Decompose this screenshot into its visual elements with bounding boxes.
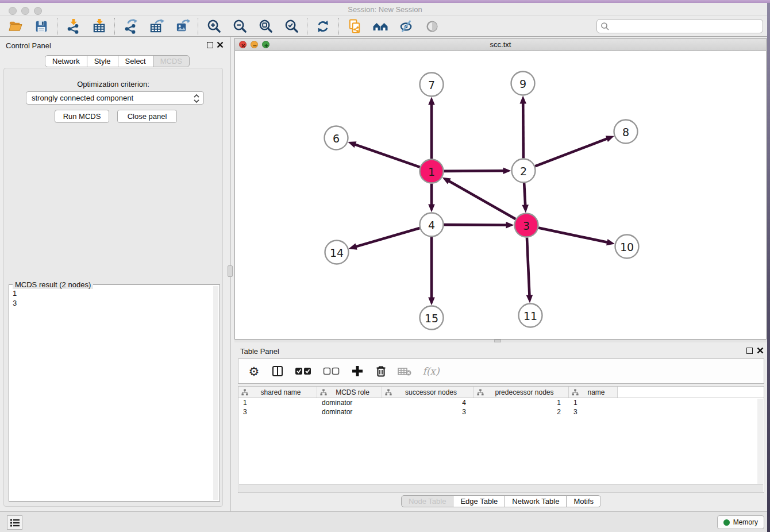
edge-4-3[interactable] bbox=[444, 225, 507, 225]
open-session-button[interactable] bbox=[7, 18, 24, 34]
eye-slash-icon bbox=[399, 18, 414, 34]
table-cell[interactable]: 3 bbox=[569, 408, 618, 416]
export-table-icon bbox=[149, 18, 164, 34]
task-history-button[interactable] bbox=[7, 515, 22, 530]
edge-2-3[interactable] bbox=[524, 183, 525, 206]
memory-label: Memory bbox=[733, 518, 758, 526]
list-icon bbox=[10, 518, 20, 527]
table-cell[interactable]: 2 bbox=[474, 408, 569, 416]
close-panel-icon[interactable] bbox=[217, 41, 224, 48]
pane-layout-button[interactable] bbox=[270, 364, 285, 379]
table-toolbar: ⚙ bbox=[238, 358, 764, 384]
table-cell[interactable]: dominator bbox=[317, 408, 382, 416]
unchecked-boxes-icon bbox=[323, 367, 340, 376]
zoom-out-button[interactable] bbox=[232, 18, 248, 34]
table-cell[interactable]: 1 bbox=[569, 399, 618, 407]
arrowhead-icon bbox=[519, 95, 526, 103]
zoom-in-button[interactable] bbox=[206, 18, 222, 34]
close-table-panel-icon[interactable] bbox=[757, 347, 764, 354]
refresh-button[interactable] bbox=[315, 18, 331, 34]
search-input[interactable] bbox=[610, 22, 763, 30]
table-cell[interactable]: 4 bbox=[382, 399, 474, 407]
float-panel-icon[interactable] bbox=[207, 42, 213, 48]
select-all-columns-button[interactable] bbox=[294, 364, 313, 379]
table-cell[interactable]: 1 bbox=[238, 399, 317, 407]
result-scrollbar[interactable] bbox=[213, 286, 218, 500]
zoom-selected-button[interactable] bbox=[283, 18, 299, 34]
function-icon: f(x) bbox=[422, 365, 439, 377]
search-field[interactable] bbox=[596, 19, 763, 33]
table-row[interactable]: 1dominator411 bbox=[238, 398, 764, 407]
tab-motifs[interactable]: Motifs bbox=[566, 495, 601, 507]
edge-3-11[interactable] bbox=[527, 237, 530, 296]
edge-2-8[interactable] bbox=[535, 138, 608, 166]
edge-1-2[interactable] bbox=[444, 171, 504, 171]
duplicate-network-button[interactable] bbox=[346, 18, 363, 34]
tab-network[interactable]: Network bbox=[45, 55, 87, 67]
edge-3-10[interactable] bbox=[538, 228, 608, 242]
column-header-shared-name[interactable]: shared name bbox=[238, 387, 317, 398]
optimization-criterion-label: Optimization criterion: bbox=[4, 80, 222, 88]
export-table-button[interactable] bbox=[148, 18, 164, 34]
homes-icon bbox=[372, 18, 388, 34]
hierarchy-icon bbox=[320, 389, 327, 396]
tab-network-table[interactable]: Network Table bbox=[505, 495, 567, 507]
float-table-panel-icon[interactable] bbox=[746, 348, 753, 354]
run-mcds-button[interactable]: Run MCDS bbox=[55, 110, 109, 123]
save-disk-icon bbox=[34, 19, 49, 34]
duplicate-network-icon bbox=[347, 18, 363, 34]
edge-2-9[interactable] bbox=[523, 102, 523, 158]
arrowhead-icon bbox=[428, 97, 435, 105]
control-panel-title: Control Panel bbox=[6, 41, 51, 50]
delete-table-button[interactable] bbox=[397, 364, 412, 379]
node-label-3: 3 bbox=[523, 219, 530, 232]
column-header-MCDS-role[interactable]: MCDS role bbox=[317, 387, 382, 398]
splitter-handle[interactable] bbox=[228, 265, 233, 277]
checked-boxes-icon bbox=[295, 367, 312, 376]
save-session-button[interactable] bbox=[33, 18, 49, 34]
table-vscrollbar[interactable] bbox=[757, 399, 763, 484]
tab-select[interactable]: Select bbox=[118, 55, 153, 67]
column-header-successor-nodes[interactable]: successor nodes bbox=[382, 387, 474, 398]
node-label-11: 11 bbox=[523, 310, 537, 322]
table-cell[interactable]: 3 bbox=[238, 408, 317, 416]
edge-4-14[interactable] bbox=[355, 228, 419, 247]
unselect-all-columns-button[interactable] bbox=[322, 364, 341, 379]
tab-mcds[interactable]: MCDS bbox=[153, 55, 190, 67]
column-header-predecessor-nodes[interactable]: predecessor nodes bbox=[474, 387, 569, 398]
export-network-button[interactable] bbox=[122, 18, 138, 34]
mcds-result-text[interactable]: 1 3 bbox=[10, 288, 213, 500]
criterion-dropdown[interactable]: strongly connected component bbox=[26, 91, 204, 105]
export-image-icon bbox=[175, 18, 190, 34]
tab-style[interactable]: Style bbox=[87, 55, 118, 67]
close-panel-button[interactable]: Close panel bbox=[117, 110, 177, 123]
vertical-splitter[interactable] bbox=[225, 37, 234, 511]
show-hidden-button[interactable] bbox=[424, 18, 440, 34]
memory-button[interactable]: Memory bbox=[717, 515, 764, 529]
search-icon bbox=[600, 22, 610, 31]
table-cell[interactable]: dominator bbox=[317, 399, 382, 407]
table-row[interactable]: 3dominator323 bbox=[238, 407, 764, 417]
first-neighbors-button[interactable] bbox=[372, 18, 388, 34]
import-network-button[interactable] bbox=[65, 18, 81, 34]
table-cell[interactable]: 1 bbox=[474, 399, 569, 407]
table-cell[interactable]: 3 bbox=[382, 408, 474, 416]
tab-edge-table[interactable]: Edge Table bbox=[453, 495, 505, 507]
table-hscrollbar[interactable] bbox=[239, 484, 763, 492]
tab-node-table[interactable]: Node Table bbox=[401, 495, 454, 507]
application-window: Session: New Session bbox=[0, 0, 770, 532]
import-table-button[interactable] bbox=[91, 18, 107, 34]
edge-3-1[interactable] bbox=[448, 181, 515, 219]
table-settings-button[interactable]: ⚙ bbox=[247, 364, 261, 379]
zoom-fit-button[interactable] bbox=[257, 18, 274, 34]
edge-1-6[interactable] bbox=[355, 144, 420, 167]
arrowhead-icon bbox=[606, 136, 614, 142]
export-image-button[interactable] bbox=[174, 18, 190, 34]
function-builder-button[interactable]: f(x) bbox=[421, 364, 441, 379]
network-canvas[interactable]: 1234678910111415 bbox=[235, 51, 766, 339]
delete-columns-button[interactable] bbox=[374, 364, 388, 379]
zoom-out-icon bbox=[232, 18, 248, 34]
hide-selected-button[interactable] bbox=[398, 18, 414, 34]
column-header-name[interactable]: name bbox=[569, 387, 618, 398]
add-column-button[interactable] bbox=[350, 364, 365, 379]
